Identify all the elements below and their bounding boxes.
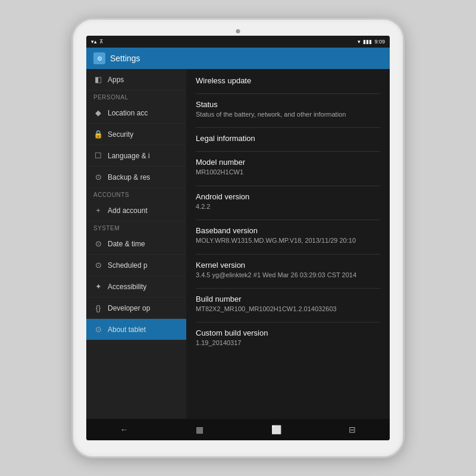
scheduled-icon: ⊙	[93, 261, 103, 270]
model-value: MR1002H1CW1	[196, 168, 380, 177]
divider-4	[196, 186, 380, 186]
sidebar-item-add-account[interactable]: + Add account	[86, 200, 186, 221]
sidebar-item-backup[interactable]: ⊙ Backup & res	[86, 167, 186, 188]
baseband-section: Baseband version MOLY.WR8.W1315.MD.WG.MP…	[196, 226, 380, 245]
datetime-label: Date & time	[108, 240, 145, 248]
legal-section[interactable]: Legal information	[196, 134, 380, 143]
divider-3	[196, 151, 380, 152]
divider-1	[196, 93, 380, 94]
legal-title: Legal information	[196, 134, 380, 143]
language-icon: ☐	[93, 151, 103, 160]
kernel-value: 3.4.5 yg@elinktek2 #1 Wed Mar 26 03:29:0…	[196, 271, 380, 280]
wireless-update-section: Wireless update	[196, 76, 380, 85]
backup-label: Backup & res	[108, 173, 150, 181]
main-content: ◧ Apps PERSONAL ◆ Location acc 🔒 Securit…	[86, 69, 390, 419]
divider-7	[196, 288, 380, 289]
status-value: Status of the battery, network, and othe…	[196, 110, 380, 119]
developer-icon: {}	[93, 303, 103, 312]
home-button[interactable]: ⬜	[264, 421, 289, 438]
sidebar-item-about[interactable]: ⊙ About tablet	[86, 319, 186, 340]
accessibility-label: Accessibility	[108, 283, 146, 291]
build-title: Build number	[196, 295, 380, 303]
nav-bar: ← ▦ ⬜ ⊟	[86, 419, 390, 440]
lock-icon: 🔒	[93, 130, 103, 139]
build-value: MT82X2_MR100_MR1002H1CW1.2.014032603	[196, 305, 380, 314]
kernel-title: Kernel version	[196, 261, 380, 270]
custom-build-title: Custom build version	[196, 328, 380, 337]
divider-5	[196, 220, 380, 220]
add-icon: +	[93, 206, 103, 215]
settings-title: Settings	[110, 54, 140, 63]
sidebar-item-apps[interactable]: ◧ Apps	[86, 69, 186, 90]
android-value: 4.2.2	[196, 202, 380, 211]
android-section: Android version 4.2.2	[196, 192, 380, 211]
model-section: Model number MR1002H1CW1	[196, 158, 380, 177]
sidebar-item-scheduled[interactable]: ⊙ Scheduled p	[86, 255, 186, 276]
custom-build-value: 1.19_20140317	[196, 339, 380, 347]
datetime-icon: ⊙	[93, 239, 103, 248]
kernel-section: Kernel version 3.4.5 yg@elinktek2 #1 Wed…	[196, 261, 380, 280]
recents-button[interactable]: ⊟	[342, 421, 363, 438]
accessibility-icon: ✦	[93, 282, 103, 291]
sidebar-item-location[interactable]: ◆ Location acc	[86, 102, 186, 124]
status-title: Status	[196, 100, 380, 109]
build-section: Build number MT82X2_MR100_MR1002H1CW1.2.…	[196, 295, 380, 314]
signal-bars-icon: ▮▮▮	[363, 39, 372, 45]
settings-app-icon: ⚙	[93, 52, 105, 64]
location-label: Location acc	[108, 109, 148, 117]
android-title: Android version	[196, 192, 380, 201]
right-panel: Wireless update Status Status of the bat…	[186, 69, 390, 419]
sidebar-item-developer[interactable]: {} Developer op	[86, 298, 186, 319]
signal-icon: ▾▴	[91, 39, 97, 45]
status-section[interactable]: Status Status of the battery, network, a…	[196, 100, 380, 119]
baseband-title: Baseband version	[196, 226, 380, 235]
custom-build-section: Custom build version 1.19_20140317	[196, 328, 380, 347]
expand-icon: ⊼	[99, 39, 104, 45]
sidebar-item-accessibility[interactable]: ✦ Accessibility	[86, 276, 186, 298]
model-title: Model number	[196, 158, 380, 167]
status-bar: ▾▴ ⊼ ▾ ▮▮▮ 9:09	[86, 36, 390, 48]
tablet-screen: ▾▴ ⊼ ▾ ▮▮▮ 9:09 ⚙ Settings ◧ Apps	[86, 36, 390, 440]
developer-label: Developer op	[108, 304, 150, 312]
top-bar: ⚙ Settings	[86, 48, 390, 69]
backup-icon: ⊙	[93, 173, 103, 181]
divider-2	[196, 127, 380, 128]
menu-button[interactable]: ▦	[189, 421, 211, 438]
back-button[interactable]: ←	[113, 421, 136, 438]
sidebar-item-language[interactable]: ☐ Language & i	[86, 145, 186, 167]
wireless-update-title: Wireless update	[196, 76, 380, 85]
apps-label: Apps	[108, 76, 124, 84]
personal-section-header: PERSONAL	[86, 90, 186, 102]
status-bar-right: ▾ ▮▮▮ 9:09	[358, 39, 385, 45]
divider-6	[196, 254, 380, 255]
add-account-label: Add account	[108, 206, 148, 215]
time-display: 9:09	[374, 39, 385, 45]
accounts-section-header: ACCOUNTS	[86, 188, 186, 200]
sidebar: ◧ Apps PERSONAL ◆ Location acc 🔒 Securit…	[86, 69, 186, 419]
tablet-device: ▾▴ ⊼ ▾ ▮▮▮ 9:09 ⚙ Settings ◧ Apps	[71, 18, 405, 458]
sidebar-item-security[interactable]: 🔒 Security	[86, 124, 186, 145]
status-bar-left: ▾▴ ⊼	[91, 39, 104, 45]
sidebar-item-datetime[interactable]: ⊙ Date & time	[86, 233, 186, 255]
system-section-header: SYSTEM	[86, 221, 186, 233]
about-icon: ⊙	[93, 325, 103, 334]
baseband-value: MOLY.WR8.W1315.MD.WG.MP.V18, 2013/11/29 …	[196, 236, 380, 245]
divider-8	[196, 322, 380, 322]
camera-dot	[236, 29, 240, 33]
location-icon: ◆	[93, 108, 103, 117]
wifi-icon: ▾	[358, 39, 361, 45]
scheduled-label: Scheduled p	[108, 261, 148, 270]
security-label: Security	[108, 130, 133, 139]
about-label: About tablet	[108, 325, 146, 334]
apps-icon: ◧	[93, 75, 103, 84]
language-label: Language & i	[108, 152, 150, 160]
